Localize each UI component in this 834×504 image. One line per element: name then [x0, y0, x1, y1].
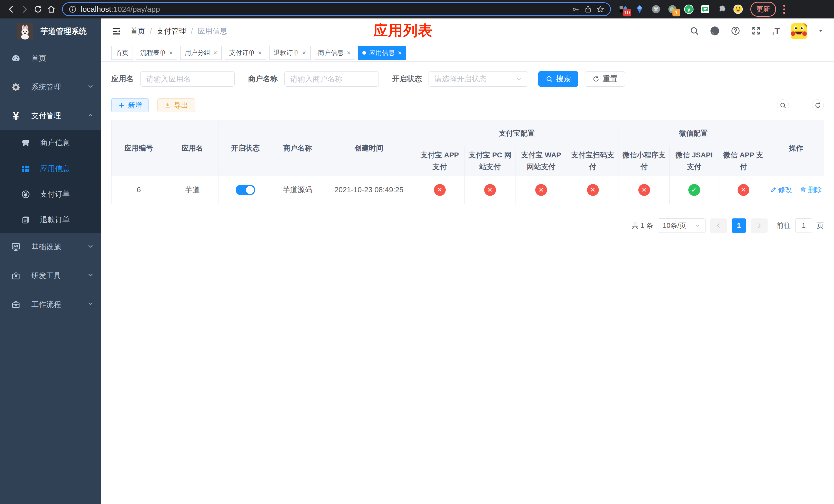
- search-form: 应用名 商户名称 开启状态 请选择开启状态 搜索 重置: [111, 71, 824, 87]
- sidebar-item-label: 基础设施: [31, 242, 61, 252]
- avatar-caret-icon[interactable]: [818, 28, 824, 35]
- sidebar-item-pay-order[interactable]: 支付订单: [0, 182, 101, 207]
- search-button[interactable]: 搜索: [538, 71, 578, 87]
- sidebar-collapse-icon[interactable]: [111, 26, 122, 37]
- dashboard-icon: [11, 53, 21, 63]
- close-icon[interactable]: ×: [347, 49, 351, 56]
- status-select[interactable]: 请选择开启状态: [429, 71, 528, 87]
- reload-icon[interactable]: [31, 3, 45, 16]
- sidebar-item-refund-order[interactable]: 退款订单: [0, 207, 101, 233]
- sidebar-item-workflow[interactable]: 工作流程: [0, 290, 101, 319]
- url-bar[interactable]: localhost:1024/pay/app: [62, 2, 611, 16]
- share-icon[interactable]: [584, 5, 592, 13]
- extension-emoji-icon[interactable]: [733, 4, 743, 14]
- extension-gem-icon[interactable]: [635, 4, 645, 14]
- chrome-update-button[interactable]: 更新: [750, 2, 776, 17]
- delete-link[interactable]: 删除: [800, 185, 822, 194]
- merchant-name-input[interactable]: [284, 71, 379, 87]
- gear-icon: [11, 83, 21, 92]
- github-icon[interactable]: [710, 26, 720, 37]
- reset-button[interactable]: 重置: [585, 71, 625, 87]
- goto-page-input[interactable]: [795, 219, 812, 233]
- toolbox-icon: [11, 271, 21, 280]
- cell-alipay-app: [415, 176, 465, 204]
- tab-user-group[interactable]: 用户分组×: [180, 46, 222, 60]
- tab-process-form[interactable]: 流程表单×: [136, 46, 177, 60]
- status-toggle[interactable]: [236, 185, 255, 195]
- chevron-down-icon: [515, 76, 522, 82]
- chevron-down-icon: [87, 300, 94, 309]
- back-icon[interactable]: [5, 3, 18, 16]
- sidebar-item-pay[interactable]: ¥ 支付管理: [0, 101, 101, 130]
- col-app-name: 应用名: [166, 121, 219, 176]
- sidebar-item-label: 首页: [31, 53, 46, 64]
- status-check-icon: [688, 184, 700, 196]
- extension-recorder-icon[interactable]: 1: [667, 4, 678, 14]
- tab-app-info[interactable]: 应用信息×: [358, 46, 406, 60]
- app-logo[interactable]: 芋道管理系统: [0, 19, 101, 44]
- sidebar-item-home[interactable]: 首页: [0, 44, 101, 73]
- app-name-input[interactable]: [140, 71, 235, 87]
- help-icon[interactable]: [731, 26, 740, 37]
- close-icon[interactable]: ×: [169, 49, 173, 56]
- url-text: localhost:1024/pay/app: [81, 5, 160, 14]
- breadcrumb-home[interactable]: 首页: [130, 26, 145, 37]
- forward-icon[interactable]: [18, 3, 31, 16]
- header-search-icon[interactable]: [689, 26, 699, 37]
- tab-merchant-info[interactable]: 商户信息×: [314, 46, 355, 60]
- extension-badge: 10: [623, 9, 631, 17]
- extension-command-icon[interactable]: ⌘: [651, 4, 661, 14]
- fullscreen-icon[interactable]: [751, 26, 761, 37]
- col-group-wechat: 微信配置: [619, 121, 768, 146]
- extension-yuque-icon[interactable]: y: [684, 4, 694, 14]
- page-number-1[interactable]: 1: [732, 219, 746, 233]
- extension-tabs-icon[interactable]: 10: [618, 4, 628, 14]
- cell-actions: 修改 删除: [768, 176, 824, 204]
- close-icon[interactable]: ×: [258, 49, 262, 56]
- close-icon[interactable]: ×: [398, 49, 402, 56]
- page-annotation: 应用列表: [373, 21, 433, 41]
- tab-label: 退款订单: [273, 48, 299, 57]
- chrome-menu-icon[interactable]: [780, 5, 788, 14]
- prev-page-button[interactable]: [710, 219, 727, 233]
- extensions-puzzle-icon[interactable]: [717, 4, 727, 14]
- breadcrumb-separator: /: [150, 27, 152, 36]
- reset-button-label: 重置: [603, 74, 618, 84]
- export-button[interactable]: 导出: [157, 98, 195, 112]
- merchant-name-label: 商户名称: [248, 74, 278, 84]
- briefcase-icon: [11, 300, 21, 309]
- close-icon[interactable]: ×: [213, 49, 217, 56]
- toggle-search-button[interactable]: [777, 99, 789, 111]
- breadcrumb-pay[interactable]: 支付管理: [156, 26, 186, 37]
- password-key-icon[interactable]: [572, 5, 580, 13]
- font-size-icon[interactable]: тT: [772, 27, 780, 36]
- cell-wx-app: [719, 176, 768, 204]
- pagination: 共 1 条 10条/页 1 前往 页: [111, 219, 824, 233]
- sidebar-item-merchant[interactable]: 商户信息: [0, 130, 101, 156]
- table-grid-icon: [21, 164, 31, 173]
- user-avatar[interactable]: [791, 23, 807, 39]
- sidebar-item-infra[interactable]: 基础设施: [0, 233, 101, 261]
- tab-pay-order[interactable]: 支付订单×: [225, 46, 266, 60]
- site-info-icon[interactable]: [68, 5, 77, 13]
- navbar: 首页 / 支付管理 / 应用信息 应用列表: [101, 19, 834, 44]
- home-icon[interactable]: [45, 3, 58, 16]
- sidebar-item-label: 研发工具: [31, 271, 61, 281]
- add-button[interactable]: 新增: [111, 98, 149, 112]
- chevron-down-icon: [87, 83, 94, 92]
- edit-link[interactable]: 修改: [770, 185, 792, 194]
- bookmark-star-icon[interactable]: [596, 5, 605, 13]
- tab-home[interactable]: 首页: [111, 46, 133, 60]
- sidebar-item-system[interactable]: 系统管理: [0, 73, 101, 101]
- next-page-button[interactable]: [751, 219, 768, 233]
- status-cross-icon: [484, 184, 496, 196]
- page-size-select[interactable]: 10条/页: [658, 219, 705, 233]
- sidebar-item-app-info[interactable]: 应用信息: [0, 156, 101, 182]
- extension-chat-icon[interactable]: [700, 4, 710, 14]
- screen: localhost:1024/pay/app 10 ⌘: [0, 0, 834, 504]
- refresh-table-button[interactable]: [812, 99, 824, 111]
- sidebar-item-label: 支付订单: [40, 189, 70, 200]
- close-icon[interactable]: ×: [302, 49, 306, 56]
- tab-refund-order[interactable]: 退款订单×: [269, 46, 311, 60]
- sidebar-item-devtools[interactable]: 研发工具: [0, 261, 101, 290]
